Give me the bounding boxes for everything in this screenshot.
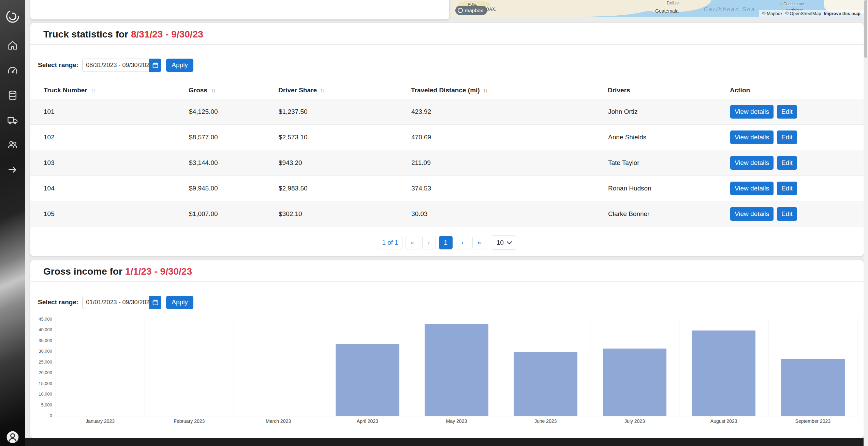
divider <box>30 281 864 282</box>
map-island-dot <box>780 3 782 5</box>
sidebar-item-drivers[interactable] <box>0 139 25 150</box>
previous-card-bottom <box>30 0 449 19</box>
sidebar-item-dashboard[interactable] <box>0 65 25 76</box>
table-cell-gross: $4,125.00 <box>189 99 278 125</box>
gross-income-chart[interactable]: 05,00010,00015,00020,00025,00030,00035,0… <box>30 319 857 424</box>
chart-bar <box>692 330 755 416</box>
home-icon <box>7 40 18 51</box>
sidebar-item-logo[interactable] <box>0 8 25 25</box>
chart-slot <box>590 319 679 416</box>
truck-calendar-button[interactable] <box>149 59 161 72</box>
view-details-button[interactable]: View details <box>730 182 774 195</box>
view-details-button[interactable]: View details <box>730 130 774 144</box>
y-tick-label: 5,000 <box>41 402 52 407</box>
edit-button[interactable]: Edit <box>777 182 797 195</box>
gross-income-title-text: Gross income for <box>43 266 122 277</box>
pagination-last-button[interactable]: » <box>472 236 486 249</box>
income-calendar-button[interactable] <box>149 296 161 309</box>
pagination-summary: 1 of 1 <box>378 236 402 249</box>
sort-icon[interactable]: ↑↓ <box>211 88 215 93</box>
map-label-belize: Belize <box>667 0 679 5</box>
truck-table-body: 101$4,125.00$1,237.50423.92John OrtizVie… <box>30 99 864 227</box>
col-truck-number[interactable]: Truck Number↑↓ <box>30 81 189 99</box>
table-cell-action: View detailsEdit <box>730 99 864 125</box>
chart-x-axis: January 2023February 2023March 2023April… <box>56 418 857 424</box>
osm-attribution-link[interactable]: © OpenStreetMap <box>785 11 821 16</box>
map[interactable]: PUE. OAX. Belize Guatemala Caribbean Sea… <box>452 0 864 17</box>
chart-slot <box>501 319 590 416</box>
mapbox-logo[interactable]: mapbox <box>455 6 487 15</box>
income-range-controls: Select range: Apply <box>38 295 864 309</box>
pagination-first-button[interactable]: « <box>406 236 419 249</box>
x-tick-label: January 2023 <box>56 418 145 424</box>
page-size-select[interactable]: 10 <box>492 235 516 250</box>
y-tick-label: 0 <box>50 413 52 418</box>
mapbox-attribution-link[interactable]: © Mapbox <box>762 11 782 16</box>
y-tick-label: 10,000 <box>39 391 52 397</box>
chart-slot <box>56 319 145 416</box>
sort-icon[interactable]: ↑↓ <box>320 88 324 93</box>
chart-bar <box>603 349 666 416</box>
table-cell-driver_share: $1,237.50 <box>278 99 411 125</box>
scrollbar-thumb[interactable] <box>864 0 867 58</box>
table-row: 102$8,577.00$2,573.10470.69Anne ShieldsV… <box>30 125 864 150</box>
edit-button[interactable]: Edit <box>777 105 797 119</box>
y-tick-label: 35,000 <box>39 338 52 343</box>
col-gross[interactable]: Gross↑↓ <box>189 81 278 99</box>
edit-button[interactable]: Edit <box>777 156 797 170</box>
sidebar-item-home[interactable] <box>0 40 25 51</box>
truck-apply-button[interactable]: Apply <box>166 59 193 72</box>
sort-icon[interactable]: ↑↓ <box>483 88 487 93</box>
table-cell-action: View detailsEdit <box>730 150 864 176</box>
table-cell-distance: 470.69 <box>411 125 608 150</box>
income-apply-button[interactable]: Apply <box>166 296 193 309</box>
income-date-range-input[interactable] <box>82 296 149 309</box>
chevron-down-icon <box>507 239 512 244</box>
edit-button[interactable]: Edit <box>777 207 797 221</box>
x-tick-label: September 2023 <box>768 418 857 424</box>
col-driver-share[interactable]: Driver Share↑↓ <box>278 81 411 99</box>
table-header-row: Truck Number↑↓ Gross↑↓ Driver Share↑↓ Tr… <box>30 81 864 99</box>
sidebar <box>0 0 25 446</box>
truck-statistics-card: Truck statistics for8/31/23 - 9/30/23 Se… <box>30 23 864 256</box>
table-cell-driver: John Ortiz <box>608 99 730 125</box>
col-traveled-distance[interactable]: Traveled Distance (mi)↑↓ <box>411 81 608 99</box>
table-cell-gross: $1,007.00 <box>189 201 278 227</box>
pagination-next-button[interactable]: › <box>456 236 469 249</box>
app-root: PUE. OAX. Belize Guatemala Caribbean Sea… <box>0 0 868 446</box>
chart-slot <box>234 319 323 416</box>
pagination-prev-button[interactable]: ‹ <box>422 236 436 249</box>
map-label-guadeloupe: Guadeloupe <box>783 2 804 6</box>
account-icon <box>5 430 20 445</box>
chart-slot <box>679 319 768 416</box>
mapbox-logo-icon <box>458 8 463 13</box>
map-attribution: © Mapbox © OpenStreetMap Improve this ma… <box>759 10 864 17</box>
vertical-scrollbar[interactable] <box>864 0 868 446</box>
y-tick-label: 20,000 <box>39 370 52 375</box>
divider <box>30 44 864 45</box>
improve-map-link[interactable]: Improve this map <box>824 11 860 16</box>
truck-date-range-input[interactable] <box>82 59 149 72</box>
sidebar-item-trucks[interactable] <box>0 114 25 126</box>
map-label-caribbean-sea: Caribbean Sea <box>704 6 755 13</box>
sidebar-item-account[interactable] <box>0 430 25 445</box>
pagination-page-1-button[interactable]: 1 <box>439 236 453 249</box>
page-size-value: 10 <box>497 239 504 246</box>
chart-slot <box>145 319 234 416</box>
table-cell-truck: 101 <box>30 99 189 125</box>
database-icon <box>7 90 18 101</box>
view-details-button[interactable]: View details <box>730 207 774 221</box>
x-tick-label: August 2023 <box>679 418 768 424</box>
chart-bar <box>336 344 399 416</box>
edit-button[interactable]: Edit <box>777 130 797 144</box>
mapbox-wordmark: mapbox <box>465 7 483 13</box>
gross-income-title: Gross income for1/1/23 - 9/30/23 <box>43 266 864 277</box>
sidebar-item-expand[interactable] <box>0 164 25 175</box>
view-details-button[interactable]: View details <box>730 105 774 119</box>
map-label-oax: OAX. <box>486 7 496 12</box>
map-label-guatemala: Guatemala <box>655 8 678 14</box>
calendar-icon <box>152 299 159 306</box>
view-details-button[interactable]: View details <box>730 156 774 170</box>
sidebar-item-database[interactable] <box>0 90 25 101</box>
sort-icon[interactable]: ↑↓ <box>91 88 95 93</box>
